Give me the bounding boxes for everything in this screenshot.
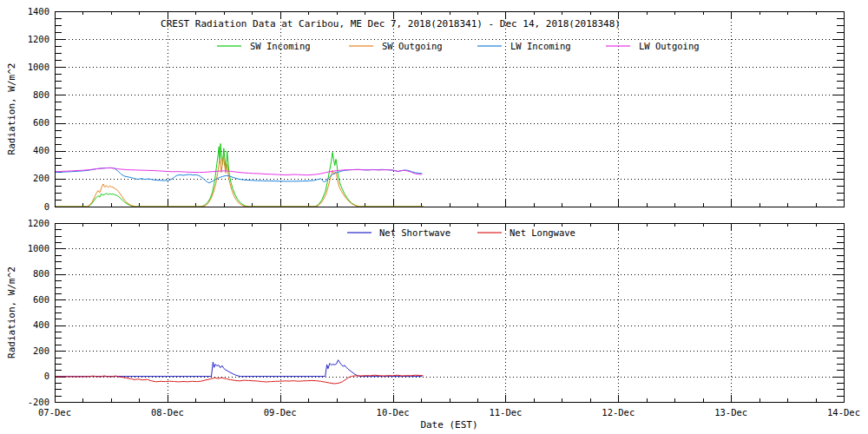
- ytick-label-bottom: 1200: [28, 218, 49, 228]
- series-lw-outgoing: [55, 168, 422, 175]
- xtick-label: 08-Dec: [151, 407, 184, 418]
- ytick-label-top: 1400: [28, 6, 49, 16]
- ytick-label-top: 0: [44, 201, 49, 212]
- y-axis-title: Radiation, W/m^2: [6, 63, 17, 155]
- y-axis-title: Radiation, W/m^2: [6, 266, 17, 358]
- ytick-label-top: 400: [33, 145, 49, 155]
- xtick-label: 14-Dec: [827, 407, 860, 418]
- plot-top: 0200400600800100012001400Radiation, W/m^…: [6, 6, 845, 212]
- xtick-label: 11-Dec: [489, 407, 522, 418]
- series-sw-outgoing: [55, 155, 424, 207]
- legend-label: SW Incoming: [250, 41, 311, 51]
- chart-title: CREST Radiation Data at Caribou, ME Dec …: [161, 18, 621, 30]
- legend-label: LW Outgoing: [639, 41, 700, 51]
- xtick-label: 10-Dec: [377, 407, 410, 418]
- ytick-label-bottom: 800: [33, 268, 49, 279]
- series-net-shortwave: [55, 360, 422, 377]
- legend-label: LW Incoming: [510, 41, 571, 51]
- ytick-label-top: 1200: [28, 34, 49, 44]
- legend-label: Net Shortwave: [379, 227, 450, 238]
- grid-top: [55, 11, 844, 207]
- chart-canvas: 0200400600800100012001400Radiation, W/m^…: [0, 0, 868, 434]
- xtick-label: 12-Dec: [602, 407, 635, 418]
- legend-top: SW IncomingSW OutgoingLW IncomingLW Outg…: [217, 41, 700, 51]
- xtick-label: 13-Dec: [714, 407, 747, 418]
- ytick-label-bottom: 200: [33, 345, 49, 356]
- plot-box-bottom: [56, 224, 845, 403]
- ytick-label-bottom: 0: [44, 371, 49, 381]
- ytick-label-top: 200: [33, 173, 49, 183]
- legend-label: Net Longwave: [510, 227, 575, 238]
- xtick-label: 09-Dec: [264, 407, 297, 418]
- legend-bottom: Net ShortwaveNet Longwave: [347, 227, 575, 238]
- ytick-label-bottom: 600: [33, 294, 49, 305]
- xtick-label: 07-Dec: [38, 407, 71, 418]
- radiation-figure: 0200400600800100012001400Radiation, W/m^…: [0, 0, 868, 434]
- plot-bottom: -20002004006008001000120007-Dec08-Dec09-…: [6, 218, 860, 431]
- ytick-label-top: 800: [33, 89, 49, 100]
- ytick-label-bottom: 400: [33, 319, 49, 330]
- ytick-label-bottom: 1000: [28, 243, 49, 253]
- x-axis-title: Date (EST): [420, 419, 477, 431]
- legend-label: SW Outgoing: [382, 41, 443, 51]
- ticks-bottom: [55, 223, 845, 403]
- series-sw-incoming: [55, 143, 424, 207]
- ytick-label-top: 1000: [28, 62, 49, 72]
- grid-bottom: [55, 223, 844, 402]
- ytick-label-top: 600: [33, 117, 49, 128]
- ytick-label-bottom: -200: [28, 397, 49, 407]
